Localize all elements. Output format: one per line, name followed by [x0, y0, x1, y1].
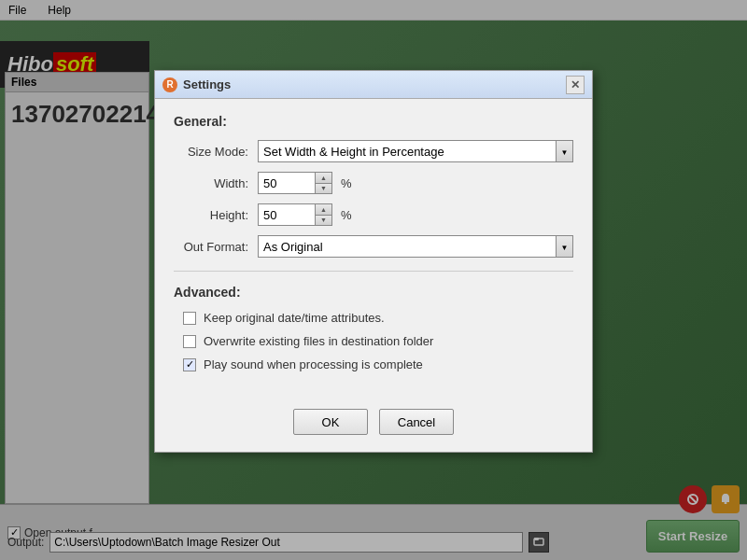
size-mode-dropdown[interactable]: Set Width & Height in Percentage ▼ — [258, 140, 573, 162]
height-spin-buttons: ▲ ▼ — [315, 204, 331, 225]
width-value: 50 — [259, 173, 315, 193]
dialog-title-text: Settings — [183, 77, 231, 91]
app-background: File Help Hibosoft Files 13702702214 Ctr… — [0, 0, 747, 560]
overwrite-files-label: Overwrite existing files in destination … — [204, 334, 433, 348]
out-format-row: Out Format: As Original ▼ — [174, 235, 573, 258]
keep-datetime-label: Keep original date/time attributes. — [204, 311, 385, 325]
size-mode-arrow-icon: ▼ — [556, 141, 572, 162]
dialog-close-button[interactable]: ✕ — [566, 76, 585, 94]
width-spin-down[interactable]: ▼ — [316, 184, 331, 194]
height-spin-up[interactable]: ▲ — [316, 204, 331, 216]
play-sound-checkbox[interactable]: ✓ — [183, 358, 196, 371]
settings-dialog: R Settings ✕ General: Size Mode: Set Wid… — [154, 70, 593, 453]
width-row: Width: 50 ▲ ▼ % — [174, 172, 573, 194]
dialog-footer: OK Cancel — [155, 396, 592, 452]
size-mode-control: Set Width & Height in Percentage ▼ — [258, 140, 573, 162]
keep-datetime-checkbox[interactable] — [183, 312, 196, 325]
advanced-section: Advanced: Keep original date/time attrib… — [174, 285, 573, 371]
height-spinbox[interactable]: 50 ▲ ▼ — [258, 203, 332, 226]
ok-button[interactable]: OK — [293, 409, 368, 435]
dialog-app-icon: R — [162, 77, 177, 92]
overwrite-files-checkbox[interactable] — [183, 335, 196, 348]
cancel-button[interactable]: Cancel — [379, 409, 454, 435]
width-control: 50 ▲ ▼ % — [258, 172, 573, 194]
height-control: 50 ▲ ▼ % — [258, 203, 573, 226]
size-mode-value: Set Width & Height in Percentage — [259, 141, 556, 161]
height-pct-label: % — [341, 208, 352, 222]
height-value: 50 — [259, 204, 315, 225]
checkbox-row-3: ✓ Play sound when processing is complete — [174, 357, 573, 371]
size-mode-row: Size Mode: Set Width & Height in Percent… — [174, 140, 573, 162]
section-divider — [174, 271, 573, 272]
out-format-value: As Original — [259, 236, 556, 257]
width-spin-up[interactable]: ▲ — [316, 173, 331, 184]
dialog-title-left: R Settings — [162, 77, 231, 92]
size-mode-label: Size Mode: — [174, 145, 258, 159]
width-spinbox[interactable]: 50 ▲ ▼ — [258, 172, 332, 194]
advanced-section-header: Advanced: — [174, 285, 573, 300]
dialog-body: General: Size Mode: Set Width & Height i… — [155, 99, 592, 396]
height-label: Height: — [174, 208, 258, 222]
out-format-label: Out Format: — [174, 240, 258, 254]
checkbox-row-1: Keep original date/time attributes. — [174, 311, 573, 325]
width-pct-label: % — [341, 176, 352, 190]
play-sound-label: Play sound when processing is complete — [204, 357, 423, 371]
height-row: Height: 50 ▲ ▼ % — [174, 203, 573, 226]
height-spin-down[interactable]: ▼ — [316, 216, 331, 226]
out-format-control: As Original ▼ — [258, 235, 573, 258]
out-format-arrow-icon: ▼ — [556, 236, 572, 258]
out-format-dropdown[interactable]: As Original ▼ — [258, 235, 573, 258]
checkbox-row-2: Overwrite existing files in destination … — [174, 334, 573, 348]
dialog-titlebar: R Settings ✕ — [155, 71, 592, 99]
width-spin-buttons: ▲ ▼ — [315, 173, 331, 193]
modal-overlay: R Settings ✕ General: Size Mode: Set Wid… — [0, 0, 747, 560]
width-label: Width: — [174, 176, 258, 190]
general-section-header: General: — [174, 114, 573, 129]
